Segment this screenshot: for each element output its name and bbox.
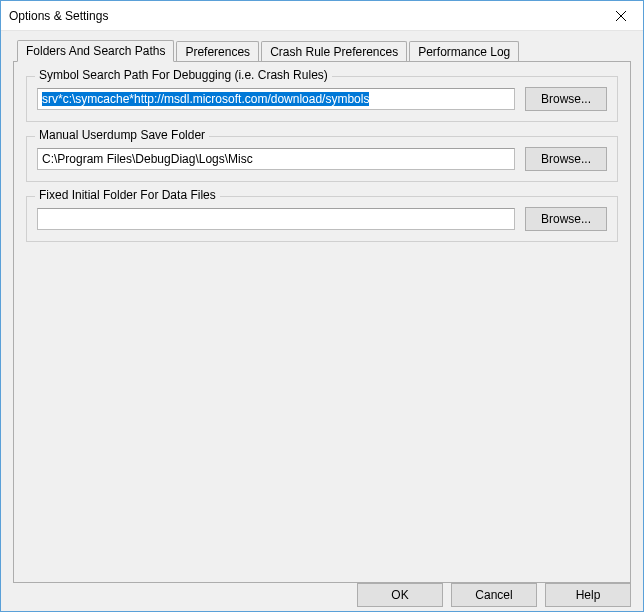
browse-fixed-button[interactable]: Browse... (525, 207, 607, 231)
userdump-folder-value: C:\Program Files\DebugDiag\Logs\Misc (42, 152, 253, 166)
symbol-search-path-value: srv*c:\symcache*http://msdl.microsoft.co… (42, 92, 369, 106)
symbol-search-path-input[interactable]: srv*c:\symcache*http://msdl.microsoft.co… (37, 88, 515, 110)
tab-strip: Folders And Search Paths Preferences Cra… (17, 40, 631, 62)
cancel-button[interactable]: Cancel (451, 583, 537, 607)
content-area: Folders And Search Paths Preferences Cra… (1, 31, 643, 583)
browse-symbol-button[interactable]: Browse... (525, 87, 607, 111)
window-title: Options & Settings (9, 9, 598, 23)
ok-button[interactable]: OK (357, 583, 443, 607)
tab-performance-log[interactable]: Performance Log (409, 41, 519, 63)
options-settings-dialog: Options & Settings Folders And Search Pa… (0, 0, 644, 612)
group-symbol-search-path: Symbol Search Path For Debugging (i.e. C… (26, 76, 618, 122)
group-legend: Manual Userdump Save Folder (35, 128, 209, 142)
close-button[interactable] (598, 1, 643, 30)
close-icon (616, 11, 626, 21)
group-legend: Symbol Search Path For Debugging (i.e. C… (35, 68, 332, 82)
group-legend: Fixed Initial Folder For Data Files (35, 188, 220, 202)
tab-folders-and-search-paths[interactable]: Folders And Search Paths (17, 40, 174, 62)
dialog-footer: OK Cancel Help (1, 583, 643, 612)
tab-crash-rule-preferences[interactable]: Crash Rule Preferences (261, 41, 407, 63)
help-button[interactable]: Help (545, 583, 631, 607)
titlebar: Options & Settings (1, 1, 643, 31)
userdump-folder-input[interactable]: C:\Program Files\DebugDiag\Logs\Misc (37, 148, 515, 170)
tab-panel-folders: Symbol Search Path For Debugging (i.e. C… (13, 61, 631, 583)
group-manual-userdump-folder: Manual Userdump Save Folder C:\Program F… (26, 136, 618, 182)
browse-userdump-button[interactable]: Browse... (525, 147, 607, 171)
fixed-folder-input[interactable] (37, 208, 515, 230)
group-fixed-initial-folder: Fixed Initial Folder For Data Files Brow… (26, 196, 618, 242)
tab-preferences[interactable]: Preferences (176, 41, 259, 63)
